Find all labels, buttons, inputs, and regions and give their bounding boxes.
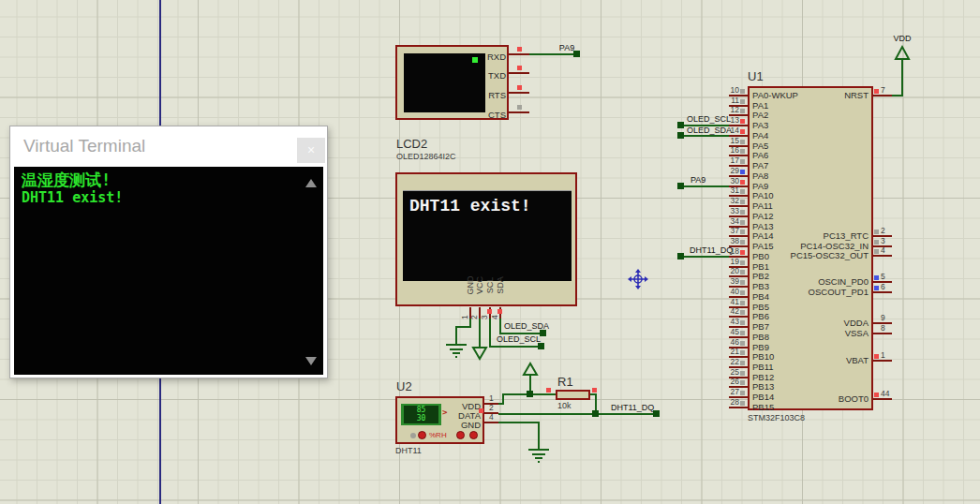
u1-pin-number-PB6: 42 <box>710 307 739 316</box>
u1-pin-number-PB1: 19 <box>710 258 739 266</box>
u1-pin-stub-PC15-OSC32_OUT[interactable] <box>873 255 892 257</box>
r1-ref: R1 <box>557 375 573 389</box>
ground-symbol-dht[interactable] <box>528 450 549 462</box>
u1-pin-number-PB14: 27 <box>710 388 739 396</box>
u1-pin-number-PB4: 40 <box>710 288 739 296</box>
pin-indicator <box>487 309 492 314</box>
serial-terminal-component[interactable]: RXD TXD RTS CTS <box>395 45 509 120</box>
lcd2-value: OLED12864I2C <box>396 152 456 161</box>
close-button[interactable]: × <box>297 138 325 163</box>
lcd2-component[interactable]: DHT11 exist! GND VCC SCL SDA <box>395 172 577 306</box>
u1-pin-name-PB10: PB10 <box>752 351 774 362</box>
terminal-oled-sda[interactable] <box>540 330 546 336</box>
u1-pin-name-PB15: PB15 <box>752 402 774 412</box>
power-arrow-up-icon[interactable] <box>896 47 909 59</box>
u1-pin-number-PB8: 45 <box>710 328 739 336</box>
pin-indicator <box>740 119 745 124</box>
dht-button-icon[interactable] <box>418 431 426 439</box>
pin-indicator <box>740 180 745 185</box>
pin-indicator <box>740 99 745 104</box>
u1-pin-name-PA13: PA13 <box>752 221 774 231</box>
power-arrow-up-icon[interactable] <box>524 363 537 375</box>
pin-indicator <box>740 290 745 295</box>
dht-temperature-value: 30 <box>404 414 438 422</box>
pin-indicator <box>874 286 879 290</box>
u1-pin-number-PB9: 46 <box>710 338 739 347</box>
oled-screen-text: DHT11 exist! <box>409 197 531 215</box>
pin-indicator <box>740 341 745 346</box>
u1-pin-number-VSSA: 8 <box>881 324 905 333</box>
pin-indicator <box>740 270 745 274</box>
u2-ref: U2 <box>396 379 412 393</box>
u1-pin-name-PA10: PA10 <box>752 190 774 200</box>
u1-pin-stub-NRST[interactable] <box>873 95 892 96</box>
ground-symbol-lcd[interactable] <box>446 345 467 357</box>
pin-indicator <box>497 309 502 314</box>
pin-indicator <box>740 129 745 134</box>
u1-pin-name-PB1: PB1 <box>752 261 769 272</box>
serial-pin-label: CTS <box>472 110 506 120</box>
u1-pin-number-PC14-OSC32_IN: 3 <box>881 237 905 245</box>
u1-pin-name-PA6: PA6 <box>752 150 768 160</box>
scroll-up-icon[interactable] <box>305 179 317 187</box>
u2-component[interactable]: 85 30 > %RH VDD DATA GND <box>395 396 484 444</box>
terminal-oled-scl[interactable] <box>538 343 544 349</box>
dht-humidity-value: 85 <box>404 406 438 414</box>
terminal-line: DHT11 exist! <box>22 189 123 206</box>
pin-indicator <box>479 408 483 413</box>
pin-indicator <box>740 391 745 395</box>
u1-pin-name-PA14: PA14 <box>752 230 774 241</box>
pin-indicator <box>517 47 522 52</box>
u1-pin-number-PA5: 15 <box>710 137 739 145</box>
u1-pin-name-PB13: PB13 <box>752 381 774 392</box>
dht-led-gray-icon <box>410 433 416 438</box>
u1-pin-number-OSCOUT_PD1: 6 <box>881 283 905 291</box>
r1-value: 10k <box>557 401 572 410</box>
u1-pin-name-PB14: PB14 <box>752 392 774 402</box>
u1-pin-name-OSCOUT_PD1: OSCOUT_PD1 <box>774 287 869 297</box>
pin-indicator <box>740 210 745 215</box>
u1-pin-name-VBAT: VBAT <box>774 355 869 365</box>
u1-pin-number-PC13_RTC: 2 <box>881 227 905 235</box>
u1-pin-name-VDDA: VDDA <box>774 318 869 328</box>
origin-marker-icon <box>628 269 648 289</box>
u1-pin-name-PA7: PA7 <box>752 160 768 170</box>
pin-indicator <box>740 140 745 144</box>
power-arrow-down-icon[interactable] <box>473 348 486 359</box>
scroll-down-icon[interactable] <box>305 357 317 365</box>
u1-pin-number-BOOT0: 44 <box>881 390 905 398</box>
u1-pin-number-VBAT: 1 <box>881 351 905 360</box>
u1-pin-number-PA11: 32 <box>710 197 739 205</box>
lcd-pin-label-vcc: VCC <box>476 270 484 302</box>
u1-pin-stub-VSSA[interactable] <box>873 333 892 334</box>
lcd-pin-label-gnd: GND <box>467 270 475 302</box>
schematic-canvas[interactable]: RXD TXD RTS CTS PA9 LCD2 OLED12864I2C DH… <box>0 0 980 504</box>
u1-pin-number-PC15-OSC32_OUT: 4 <box>881 246 905 255</box>
u1-pin-number-PA15: 38 <box>710 237 739 245</box>
u1-pin-number-PA6: 16 <box>710 146 739 155</box>
u2-value: DHT11 <box>395 446 422 455</box>
u1-pin-name-PA15: PA15 <box>752 241 774 251</box>
u1-pin-stub-PB15[interactable] <box>729 407 748 408</box>
u1-pin-number-PA10: 31 <box>710 186 739 195</box>
pin-indicator <box>874 89 879 94</box>
virtual-terminal-window[interactable]: Virtual Terminal × 温湿度测试! DHT11 exist! <box>9 126 328 378</box>
oled-screen: DHT11 exist! <box>403 190 572 281</box>
dht-display: 85 30 <box>401 404 441 425</box>
u1-pin-number-NRST: 7 <box>881 86 905 95</box>
u1-pin-stub-VBAT[interactable] <box>873 360 892 362</box>
serial-pin-stubs[interactable] <box>509 54 529 112</box>
wire-dht-gnd[interactable] <box>498 422 539 449</box>
r1-component[interactable] <box>556 390 590 400</box>
u1-pin-stub-BOOT0[interactable] <box>873 398 892 400</box>
dht-pin-label: GND <box>438 420 481 430</box>
dht-button-icon[interactable] <box>456 431 465 439</box>
u1-pin-name-PB2: PB2 <box>752 271 769 281</box>
u1-pin-stub-OSCOUT_PD1[interactable] <box>873 291 892 293</box>
u1-pin-number-PA14: 37 <box>710 227 739 235</box>
pin-indicator <box>740 350 745 355</box>
u1-pin-name-PC15-OSC32_OUT: PC15-OSC32_OUT <box>774 250 869 260</box>
pin-indicator <box>740 89 745 94</box>
u1-pin-number-PB7: 43 <box>710 318 739 326</box>
dht-button-icon[interactable] <box>469 431 478 439</box>
